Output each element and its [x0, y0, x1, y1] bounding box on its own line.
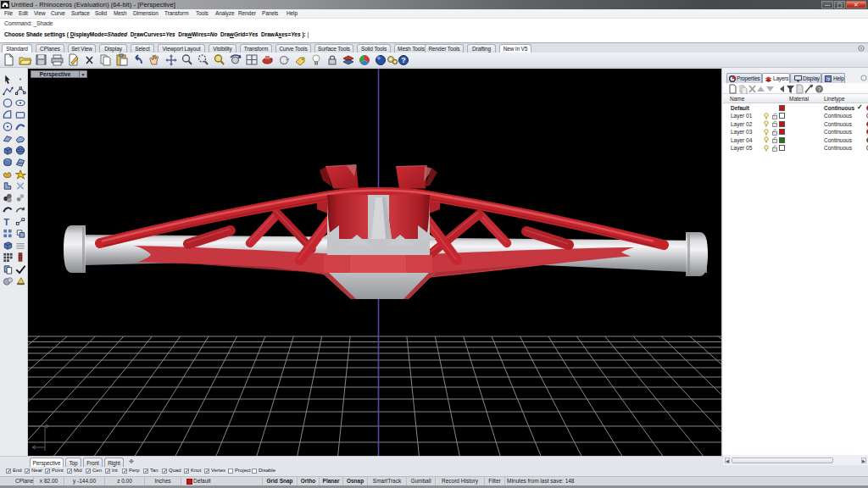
svg-text:T: T	[3, 217, 9, 227]
svg-text:?: ?	[401, 56, 406, 64]
svg-text:?: ?	[818, 86, 821, 92]
